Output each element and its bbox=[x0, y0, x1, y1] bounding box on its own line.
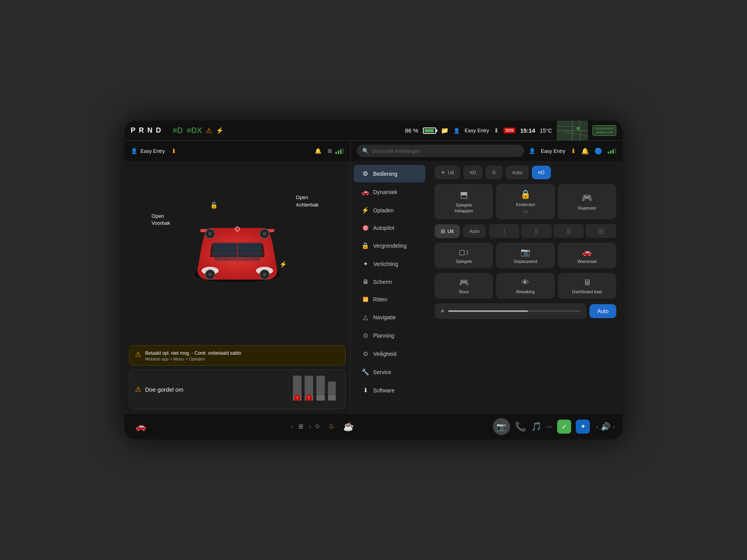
veiligheid-label: Veiligheid bbox=[373, 351, 396, 357]
menu-item-veiligheid[interactable]: ⊙ Veiligheid bbox=[354, 345, 425, 362]
taskbar-check-btn[interactable]: ✓ bbox=[557, 420, 571, 434]
vergrendeling-icon: 🔒 bbox=[361, 242, 369, 249]
volume-icon[interactable]: 🔊 bbox=[601, 422, 610, 431]
download-icon-right[interactable]: ⬇ bbox=[571, 147, 576, 155]
light-btn-drl[interactable]: ≡D bbox=[463, 166, 482, 179]
light-btn-pos[interactable]: ① bbox=[486, 166, 503, 179]
taskbar-media-icon[interactable]: 🎵 bbox=[531, 422, 542, 432]
map-thumbnail[interactable] bbox=[557, 121, 588, 141]
light-btn-auto[interactable]: Auto bbox=[506, 166, 529, 179]
airbag-badge: PASSENGER AIRBAG ON bbox=[593, 125, 616, 136]
menu-item-ritten[interactable]: 📶 Ritten bbox=[354, 291, 425, 308]
svg-rect-29 bbox=[328, 382, 336, 395]
action-btn-gepauzeerd[interactable]: 📷 Gepauzeerd bbox=[496, 243, 554, 268]
profile-name-left[interactable]: Easy Entry bbox=[140, 148, 165, 154]
action-btn-bewaking[interactable]: 👁 Bewaking bbox=[496, 273, 554, 299]
taskbar-nav-right[interactable]: › bbox=[307, 420, 314, 433]
menu-item-autopilot[interactable]: 🎯 Autopilot bbox=[354, 220, 425, 236]
menu-item-planning[interactable]: ⊙ Planning bbox=[354, 327, 425, 344]
download-icon-left[interactable]: ⬇ bbox=[171, 147, 176, 155]
vol-prev[interactable]: ‹ bbox=[596, 423, 598, 430]
grid-btn-kinderslot[interactable]: 🔒 Kinderslot Uit bbox=[496, 184, 554, 219]
top-status-bar: P R N D ≡D ≡DX ⚠ ⚡ 86 % 📁 👤 Easy Entry ⬇… bbox=[124, 121, 622, 141]
dynamiek-label: Dynamiek bbox=[373, 189, 397, 195]
spiegels-adj-icon: ◻↕ bbox=[459, 247, 469, 257]
raamslot-label: Raamslot bbox=[578, 205, 596, 211]
bt-icon-left[interactable]: ⊞ bbox=[328, 148, 332, 154]
car-visual-area: OpenVoorbak 🔓 OpenAchterbak ⚡ bbox=[124, 161, 350, 345]
action-row-mirrors: ◻↕ Spiegels 📷 Gepauzeerd 🚗 Wasstraat bbox=[435, 243, 616, 268]
kinderslot-sub: Uit bbox=[523, 210, 528, 214]
temp-display: 15°C bbox=[540, 128, 552, 134]
light-btn-uit[interactable]: ☀ Uit bbox=[435, 166, 460, 179]
grid-btn-raamslot[interactable]: 🎮 Raamslot bbox=[558, 184, 616, 219]
airbag-text: PASSENGER bbox=[595, 127, 614, 131]
seatbelt-text: Doe gordel om bbox=[145, 386, 183, 393]
label-open-voorbak[interactable]: OpenVoorbak bbox=[152, 213, 170, 227]
car-svg bbox=[175, 214, 300, 292]
taskbar-phone-icon[interactable]: 📞 bbox=[515, 421, 526, 432]
menu-item-verlichting[interactable]: ✦ Verlichting bbox=[354, 255, 425, 273]
dashboard-icon: 🖥 bbox=[583, 278, 591, 287]
taskbar-bt-btn[interactable]: ✦ bbox=[576, 420, 590, 434]
wiper-btn-uit[interactable]: ⊟ Uit bbox=[435, 224, 460, 238]
menu-item-service[interactable]: 🔧 Service bbox=[354, 363, 425, 381]
taskbar-mug-icon[interactable]: ☕ bbox=[343, 422, 354, 432]
menu-item-navigatie[interactable]: △ Navigatie bbox=[354, 308, 425, 326]
taskbar-camera-btn[interactable]: 📷 bbox=[493, 418, 510, 435]
wiper-speed-4[interactable]: |||| bbox=[586, 224, 616, 238]
action-btn-dashboard[interactable]: 🖥 Dashboard kast bbox=[558, 273, 616, 299]
wiper-speed-1[interactable]: | bbox=[489, 224, 520, 238]
bell-icon-left[interactable]: 🔔 bbox=[315, 148, 321, 154]
kinderslot-label: Kinderslot bbox=[516, 202, 535, 207]
navigatie-icon: △ bbox=[361, 313, 369, 321]
profile-name-right[interactable]: Easy Entry bbox=[541, 148, 565, 154]
taskbar-center: ‹ ≡ › 🗨 ♨ ☕ bbox=[155, 420, 487, 433]
bt-icon-right[interactable]: 🔵 bbox=[594, 147, 602, 155]
sun-icon: ☀ bbox=[441, 170, 445, 175]
wiper-speed-2[interactable]: || bbox=[521, 224, 552, 238]
brightness-slider[interactable]: ☀ bbox=[435, 303, 586, 319]
menu-item-opladen[interactable]: ⚡ Opladen bbox=[354, 201, 425, 219]
taskbar-dots-icon[interactable]: ··· bbox=[546, 422, 553, 431]
search-box[interactable]: 🔍 Doorzoek instellingen bbox=[357, 145, 524, 157]
action-btn-spiegels[interactable]: ◻↕ Spiegels bbox=[435, 243, 493, 268]
software-icon: ⬇ bbox=[361, 387, 369, 394]
menu-item-scherm[interactable]: 🖥 Scherm bbox=[354, 273, 425, 290]
label-open-achterbak[interactable]: OpenAchterbak bbox=[296, 194, 319, 208]
stuur-label: Stuur bbox=[459, 289, 469, 294]
menu-item-dynamiek[interactable]: 🚗 Dynamiek bbox=[354, 183, 425, 201]
menu-item-software[interactable]: ⬇ Software bbox=[354, 382, 425, 399]
charge-icon: ⚡ bbox=[216, 127, 224, 134]
download-icon-top[interactable]: ⬇ bbox=[494, 127, 499, 134]
svg-point-19 bbox=[208, 273, 212, 276]
menu-item-vergrendeling[interactable]: 🔒 Vergrendeling bbox=[354, 237, 425, 254]
vol-next[interactable]: › bbox=[613, 423, 615, 430]
svg-rect-27 bbox=[316, 376, 325, 395]
veiligheid-icon: ⊙ bbox=[361, 350, 369, 357]
menu-item-bediening[interactable]: ⚙ Bediening bbox=[354, 165, 425, 182]
bell-icon-right[interactable]: 🔔 bbox=[581, 147, 589, 155]
battery-icon bbox=[423, 128, 436, 134]
mirror-icon: ⬒ bbox=[460, 190, 468, 200]
lock-icon-car: 🔓 bbox=[210, 201, 218, 209]
scherm-icon: 🖥 bbox=[361, 278, 369, 285]
wiper-speed-3[interactable]: ||| bbox=[553, 224, 584, 238]
svg-rect-23 bbox=[293, 376, 302, 395]
light-btn-full[interactable]: ≡D bbox=[532, 166, 551, 179]
opladen-icon: ⚡ bbox=[361, 206, 369, 214]
profile-name-top[interactable]: Easy Entry bbox=[465, 128, 489, 133]
taskbar-heat-icon[interactable]: ♨ bbox=[326, 420, 337, 433]
action-btn-stuur[interactable]: 🎮 Stuur bbox=[435, 273, 493, 299]
battery-fill bbox=[424, 129, 434, 132]
gear-indicators: ≡D ≡DX ⚠ ⚡ bbox=[173, 126, 224, 135]
action-btn-wasstraat[interactable]: 🚗 Wasstraat bbox=[558, 243, 616, 268]
taskbar-car-icon[interactable]: 🚗 bbox=[132, 418, 149, 435]
taskbar-hi-icon[interactable]: ≡ bbox=[298, 422, 303, 432]
brightness-icon: ☀ bbox=[440, 308, 445, 314]
grid-btn-spiegels-inklappen[interactable]: ⬒ SpiegelsInklappen bbox=[435, 184, 493, 219]
alert-bar: ⚠ Betaald opl. niet mog. - Contr. onbeta… bbox=[129, 345, 345, 366]
wiper-btn-auto[interactable]: Auto bbox=[463, 224, 486, 238]
auto-brightness-btn[interactable]: Auto bbox=[589, 304, 616, 318]
taskbar-nav-left[interactable]: ‹ bbox=[288, 420, 295, 433]
